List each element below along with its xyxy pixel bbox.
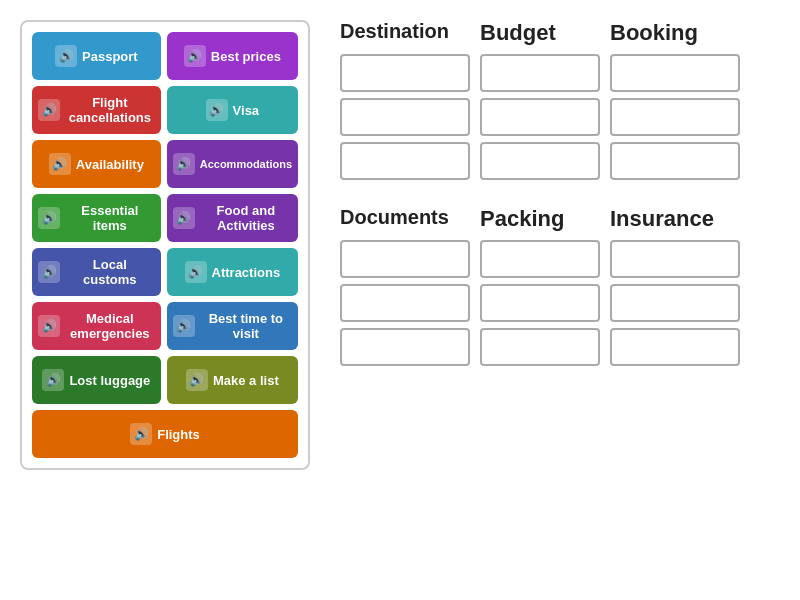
speaker-icon: 🔊 [186,369,208,391]
insurance-header: Insurance [610,206,740,232]
speaker-icon: 🔊 [206,99,228,121]
speaker-icon: 🔊 [49,153,71,175]
speaker-icon: 🔊 [55,45,77,67]
documents-header: Documents [340,206,470,232]
flights-button[interactable]: 🔊 Flights [32,410,298,458]
drop-box[interactable] [610,284,740,322]
drop-box[interactable] [480,142,600,180]
drop-box[interactable] [610,98,740,136]
availability-button[interactable]: 🔊 Availability [32,140,161,188]
make-a-list-button[interactable]: 🔊 Make a list [167,356,298,404]
destination-header: Destination [340,20,470,46]
table-row [340,142,780,180]
packing-header: Packing [480,206,600,232]
medical-emergencies-button[interactable]: 🔊 Medical emergencies [32,302,161,350]
speaker-icon: 🔊 [42,369,64,391]
drop-box[interactable] [480,98,600,136]
drop-box[interactable] [480,328,600,366]
table-row [340,328,780,366]
speaker-icon: 🔊 [38,261,60,283]
drop-box[interactable] [610,54,740,92]
drop-box[interactable] [340,328,470,366]
drop-box[interactable] [610,240,740,278]
speaker-icon: 🔊 [38,99,60,121]
table-row [340,54,780,92]
word-bank-panel: 🔊 Passport 🔊 Best prices 🔊 Flight cancel… [20,20,310,470]
speaker-icon: 🔊 [185,261,207,283]
table-row [340,240,780,278]
speaker-icon: 🔊 [173,207,195,229]
table-row [340,98,780,136]
speaker-icon: 🔊 [38,207,60,229]
bottom-headers: Documents Packing Insurance [340,206,780,232]
visa-button[interactable]: 🔊 Visa [167,86,298,134]
table-row [340,284,780,322]
speaker-icon: 🔊 [38,315,60,337]
essential-items-button[interactable]: 🔊 Essential items [32,194,161,242]
bottom-drop-rows [340,240,780,366]
section-spacer [340,190,780,206]
top-headers: Destination Budget Booking [340,20,780,46]
food-activities-button[interactable]: 🔊 Food and Activities [167,194,298,242]
local-customs-button[interactable]: 🔊 Local customs [32,248,161,296]
drop-box[interactable] [610,328,740,366]
drop-box[interactable] [340,142,470,180]
speaker-icon: 🔊 [130,423,152,445]
drop-box[interactable] [340,284,470,322]
booking-header: Booking [610,20,740,46]
speaker-icon: 🔊 [173,315,195,337]
drop-box[interactable] [480,240,600,278]
budget-header: Budget [480,20,600,46]
attractions-button[interactable]: 🔊 Attractions [167,248,298,296]
passport-button[interactable]: 🔊 Passport [32,32,161,80]
speaker-icon: 🔊 [184,45,206,67]
drop-box[interactable] [480,54,600,92]
destination-section: Destination Budget Booking [340,20,780,180]
top-drop-rows [340,54,780,180]
best-prices-button[interactable]: 🔊 Best prices [167,32,298,80]
lost-luggage-button[interactable]: 🔊 Lost luggage [32,356,161,404]
best-time-to-visit-button[interactable]: 🔊 Best time to visit [167,302,298,350]
drop-box[interactable] [340,240,470,278]
drop-box[interactable] [340,54,470,92]
documents-section: Documents Packing Insurance [340,206,780,366]
drop-box[interactable] [480,284,600,322]
accommodations-button[interactable]: 🔊 Accommodations [167,140,298,188]
speaker-icon: 🔊 [173,153,195,175]
drop-zone-panel: Destination Budget Booking [310,20,780,376]
drop-box[interactable] [610,142,740,180]
flight-cancellations-button[interactable]: 🔊 Flight cancellations [32,86,161,134]
drop-box[interactable] [340,98,470,136]
